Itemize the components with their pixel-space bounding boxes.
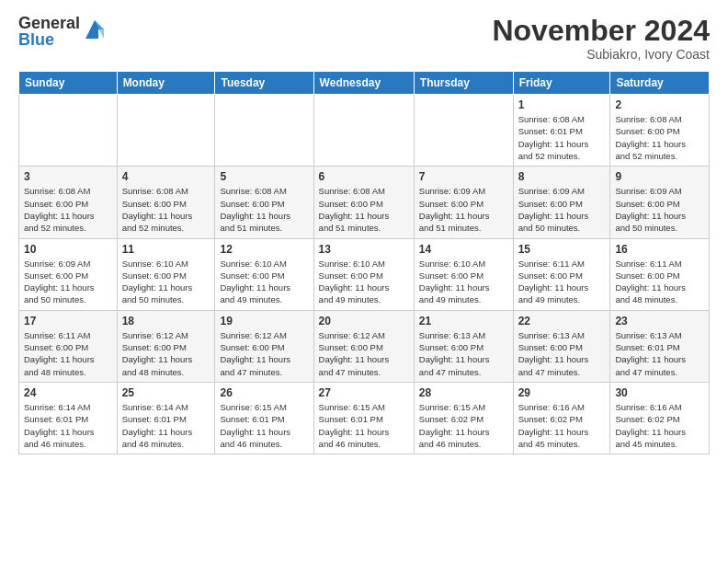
day-info: Sunrise: 6:12 AMSunset: 6:00 PMDaylight:… — [319, 329, 409, 378]
day-number: 15 — [518, 243, 606, 256]
day-number: 12 — [220, 243, 308, 256]
day-info: Sunrise: 6:08 AMSunset: 6:00 PMDaylight:… — [220, 185, 308, 234]
day-info: Sunrise: 6:15 AMSunset: 6:01 PMDaylight:… — [220, 401, 308, 450]
day-number: 13 — [319, 243, 409, 256]
calendar-day-header: Thursday — [414, 72, 513, 95]
day-number: 6 — [319, 170, 409, 183]
logo-text: General Blue — [18, 15, 80, 48]
day-info: Sunrise: 6:16 AMSunset: 6:02 PMDaylight:… — [615, 401, 704, 450]
calendar-cell: 19Sunrise: 6:12 AMSunset: 6:00 PMDayligh… — [215, 310, 313, 382]
day-info: Sunrise: 6:14 AMSunset: 6:01 PMDaylight:… — [122, 401, 210, 450]
calendar-week-row: 1Sunrise: 6:08 AMSunset: 6:01 PMDaylight… — [19, 95, 710, 167]
calendar-cell — [215, 95, 313, 167]
day-info: Sunrise: 6:09 AMSunset: 6:00 PMDaylight:… — [518, 185, 606, 234]
calendar-cell: 26Sunrise: 6:15 AMSunset: 6:01 PMDayligh… — [215, 382, 313, 454]
day-number: 26 — [220, 386, 308, 399]
calendar-cell: 21Sunrise: 6:13 AMSunset: 6:00 PMDayligh… — [414, 310, 513, 382]
calendar-cell: 27Sunrise: 6:15 AMSunset: 6:01 PMDayligh… — [313, 382, 414, 454]
calendar-cell: 8Sunrise: 6:09 AMSunset: 6:00 PMDaylight… — [513, 167, 610, 238]
day-number: 16 — [615, 243, 704, 256]
day-number: 24 — [24, 386, 112, 399]
day-number: 20 — [319, 315, 409, 327]
logo-blue: Blue — [18, 31, 80, 48]
calendar-week-row: 24Sunrise: 6:14 AMSunset: 6:01 PMDayligh… — [19, 382, 710, 454]
day-number: 3 — [24, 170, 112, 183]
calendar-day-header: Friday — [513, 72, 610, 95]
calendar-cell: 1Sunrise: 6:08 AMSunset: 6:01 PMDaylight… — [513, 95, 610, 167]
calendar-cell — [414, 95, 513, 167]
day-number: 25 — [122, 386, 210, 399]
calendar-cell: 12Sunrise: 6:10 AMSunset: 6:00 PMDayligh… — [215, 238, 313, 310]
logo-icon — [82, 17, 108, 42]
day-number: 27 — [319, 386, 409, 399]
calendar-cell: 20Sunrise: 6:12 AMSunset: 6:00 PMDayligh… — [313, 310, 414, 382]
day-info: Sunrise: 6:09 AMSunset: 6:00 PMDaylight:… — [615, 185, 704, 234]
calendar-cell: 16Sunrise: 6:11 AMSunset: 6:00 PMDayligh… — [610, 238, 710, 310]
day-info: Sunrise: 6:12 AMSunset: 6:00 PMDaylight:… — [220, 329, 308, 378]
day-number: 29 — [518, 386, 606, 399]
day-number: 7 — [419, 170, 508, 183]
calendar-cell: 9Sunrise: 6:09 AMSunset: 6:00 PMDaylight… — [610, 167, 710, 238]
day-info: Sunrise: 6:08 AMSunset: 6:00 PMDaylight:… — [319, 185, 409, 234]
day-info: Sunrise: 6:15 AMSunset: 6:01 PMDaylight:… — [319, 401, 409, 450]
calendar-cell: 22Sunrise: 6:13 AMSunset: 6:00 PMDayligh… — [513, 310, 610, 382]
calendar-cell: 3Sunrise: 6:08 AMSunset: 6:00 PMDaylight… — [19, 167, 118, 238]
day-info: Sunrise: 6:11 AMSunset: 6:00 PMDaylight:… — [24, 329, 112, 378]
day-number: 30 — [615, 386, 704, 399]
day-info: Sunrise: 6:11 AMSunset: 6:00 PMDaylight:… — [615, 258, 704, 306]
calendar-cell: 6Sunrise: 6:08 AMSunset: 6:00 PMDaylight… — [313, 167, 414, 238]
day-number: 4 — [122, 170, 210, 183]
day-info: Sunrise: 6:15 AMSunset: 6:02 PMDaylight:… — [419, 401, 508, 450]
calendar-cell: 18Sunrise: 6:12 AMSunset: 6:00 PMDayligh… — [117, 310, 215, 382]
calendar-cell: 25Sunrise: 6:14 AMSunset: 6:01 PMDayligh… — [117, 382, 215, 454]
day-info: Sunrise: 6:16 AMSunset: 6:02 PMDaylight:… — [518, 401, 606, 450]
day-number: 28 — [419, 386, 508, 399]
calendar-week-row: 17Sunrise: 6:11 AMSunset: 6:00 PMDayligh… — [19, 310, 710, 382]
calendar-cell: 30Sunrise: 6:16 AMSunset: 6:02 PMDayligh… — [610, 382, 710, 454]
calendar-cell: 10Sunrise: 6:09 AMSunset: 6:00 PMDayligh… — [19, 238, 118, 310]
day-number: 18 — [122, 315, 210, 327]
day-info: Sunrise: 6:10 AMSunset: 6:00 PMDaylight:… — [319, 258, 409, 306]
day-number: 10 — [24, 243, 112, 256]
calendar-cell: 2Sunrise: 6:08 AMSunset: 6:00 PMDaylight… — [610, 95, 710, 167]
day-info: Sunrise: 6:08 AMSunset: 6:00 PMDaylight:… — [122, 185, 210, 234]
calendar-week-row: 3Sunrise: 6:08 AMSunset: 6:00 PMDaylight… — [19, 167, 710, 238]
day-number: 2 — [615, 98, 704, 111]
calendar-day-header: Saturday — [610, 72, 710, 95]
location: Subiakro, Ivory Coast — [492, 47, 710, 62]
day-info: Sunrise: 6:08 AMSunset: 6:00 PMDaylight:… — [615, 113, 704, 162]
day-number: 22 — [518, 315, 606, 327]
day-info: Sunrise: 6:08 AMSunset: 6:01 PMDaylight:… — [518, 113, 606, 162]
day-number: 23 — [615, 315, 704, 327]
day-number: 8 — [518, 170, 606, 183]
calendar-day-header: Tuesday — [215, 72, 313, 95]
logo-general: General — [18, 15, 80, 31]
day-number: 14 — [419, 243, 508, 256]
day-number: 1 — [518, 98, 606, 111]
calendar-cell: 7Sunrise: 6:09 AMSunset: 6:00 PMDaylight… — [414, 167, 513, 238]
month-title: November 2024 — [492, 15, 710, 47]
day-info: Sunrise: 6:12 AMSunset: 6:00 PMDaylight:… — [122, 329, 210, 378]
header: General Blue November 2024 Subiakro, Ivo… — [18, 15, 710, 62]
calendar-cell: 5Sunrise: 6:08 AMSunset: 6:00 PMDaylight… — [215, 167, 313, 238]
day-info: Sunrise: 6:10 AMSunset: 6:00 PMDaylight:… — [419, 258, 508, 306]
day-info: Sunrise: 6:10 AMSunset: 6:00 PMDaylight:… — [122, 258, 210, 306]
calendar-cell — [19, 95, 118, 167]
calendar-cell: 15Sunrise: 6:11 AMSunset: 6:00 PMDayligh… — [513, 238, 610, 310]
calendar-header-row: SundayMondayTuesdayWednesdayThursdayFrid… — [19, 72, 710, 95]
calendar-cell: 11Sunrise: 6:10 AMSunset: 6:00 PMDayligh… — [117, 238, 215, 310]
calendar-cell: 28Sunrise: 6:15 AMSunset: 6:02 PMDayligh… — [414, 382, 513, 454]
title-area: November 2024 Subiakro, Ivory Coast — [492, 15, 710, 62]
calendar-cell: 23Sunrise: 6:13 AMSunset: 6:01 PMDayligh… — [610, 310, 710, 382]
page: General Blue November 2024 Subiakro, Ivo… — [0, 0, 728, 469]
calendar-table: SundayMondayTuesdayWednesdayThursdayFrid… — [18, 71, 710, 454]
calendar-week-row: 10Sunrise: 6:09 AMSunset: 6:00 PMDayligh… — [19, 238, 710, 310]
day-number: 5 — [220, 170, 308, 183]
calendar-cell: 29Sunrise: 6:16 AMSunset: 6:02 PMDayligh… — [513, 382, 610, 454]
calendar-cell: 13Sunrise: 6:10 AMSunset: 6:00 PMDayligh… — [313, 238, 414, 310]
logo-area: General Blue — [18, 15, 108, 48]
day-number: 9 — [615, 170, 704, 183]
calendar-day-header: Sunday — [19, 72, 118, 95]
day-info: Sunrise: 6:08 AMSunset: 6:00 PMDaylight:… — [24, 185, 112, 234]
day-info: Sunrise: 6:10 AMSunset: 6:00 PMDaylight:… — [220, 258, 308, 306]
